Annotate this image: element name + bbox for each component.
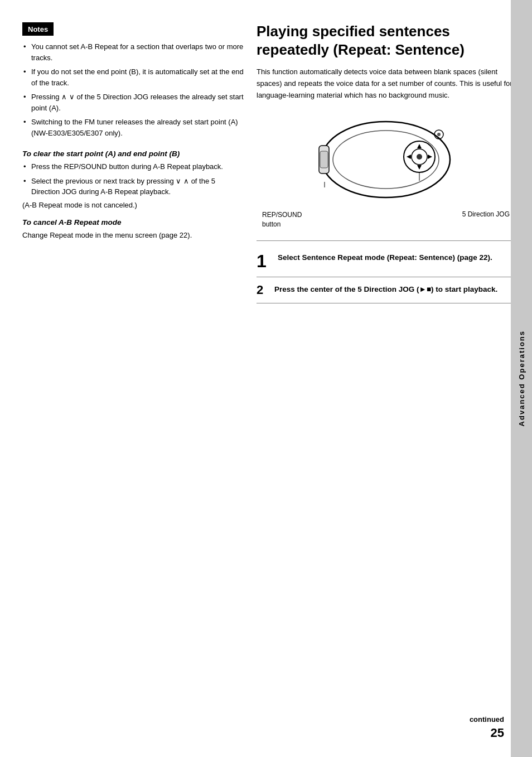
section-clear-item-1: Press the REP/SOUND button during A-B Re… — [22, 161, 245, 172]
device-labels: REP/SOUND button 5 Direction JOG — [257, 210, 515, 229]
device-image-container — [257, 112, 515, 201]
page-container: Notes You cannot set A-B Repeat for a se… — [0, 0, 532, 757]
label-5direction: 5 Direction JOG — [462, 210, 510, 229]
device-diagram — [308, 115, 464, 201]
notes-item-3: Pressing ∧ ∨ of the 5 Direction JOG rele… — [22, 91, 245, 113]
section-clear-heading: To clear the start point (A) and end poi… — [22, 150, 245, 158]
section-clear-item-2: Select the previous or next track by pre… — [22, 176, 245, 197]
svg-rect-3 — [320, 151, 328, 168]
notes-box: Notes — [22, 22, 54, 36]
svg-marker-10 — [428, 155, 432, 159]
step-2-number: 2 — [257, 284, 269, 296]
page-bottom: continued 25 — [470, 715, 504, 740]
section-clear-list: Press the REP/SOUND button during A-B Re… — [22, 161, 245, 197]
notes-section: Notes You cannot set A-B Repeat for a se… — [22, 22, 245, 138]
notes-item-4: Switching to the FM tuner releases the a… — [22, 117, 245, 138]
svg-point-12 — [437, 133, 441, 136]
main-heading: Playing specified sentences repeatedly (… — [257, 22, 515, 59]
notes-list: You cannot set A-B Repeat for a section … — [22, 41, 245, 138]
section-clear-note: (A-B Repeat mode is not canceled.) — [22, 201, 245, 209]
svg-point-6 — [417, 154, 422, 160]
step-1-number: 1 — [257, 252, 272, 270]
notes-label: Notes — [28, 25, 48, 33]
svg-marker-9 — [407, 155, 411, 159]
step-1-text: Select Sentence Repeat mode (Repeat: Sen… — [278, 252, 492, 263]
main-content: Notes You cannot set A-B Repeat for a se… — [0, 0, 532, 757]
continued-text: continued — [470, 715, 504, 724]
step-2: 2 Press the center of the 5 Direction JO… — [257, 277, 515, 303]
left-column: Notes You cannot set A-B Repeat for a se… — [22, 22, 245, 735]
section-cancel-heading: To cancel A-B Repeat mode — [22, 218, 245, 226]
sidebar-label: Advanced Operations — [518, 330, 526, 426]
svg-point-0 — [322, 122, 450, 197]
section-clear: To clear the start point (A) and end poi… — [22, 150, 245, 209]
svg-marker-8 — [417, 165, 422, 170]
sidebar-vertical: Advanced Operations — [511, 0, 532, 757]
intro-text: This function automatically detects voic… — [257, 66, 515, 101]
section-cancel-body: Change Repeat mode in the menu screen (p… — [22, 230, 245, 241]
step-divider-top — [257, 240, 515, 241]
notes-item-2: If you do not set the end point (B), it … — [22, 66, 245, 88]
step-1: 1 Select Sentence Repeat mode (Repeat: S… — [257, 245, 515, 277]
step-2-text: Press the center of the 5 Direction JOG … — [274, 284, 497, 295]
label-rep-sound: REP/SOUND button — [262, 210, 302, 229]
right-column: Playing specified sentences repeatedly (… — [257, 22, 515, 735]
svg-marker-7 — [417, 144, 422, 148]
section-cancel: To cancel A-B Repeat mode Change Repeat … — [22, 218, 245, 241]
notes-item-1: You cannot set A-B Repeat for a section … — [22, 41, 245, 63]
page-number: 25 — [491, 726, 504, 740]
svg-point-1 — [333, 131, 439, 189]
